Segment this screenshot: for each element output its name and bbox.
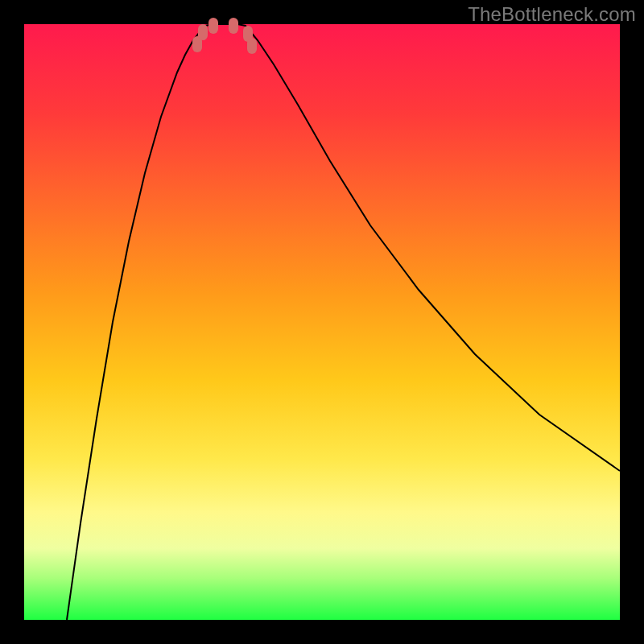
- curve-marker: [198, 24, 208, 40]
- watermark-text: TheBottleneck.com: [468, 3, 636, 26]
- curve-marker: [247, 38, 257, 54]
- bottleneck-curve-svg: [24, 24, 620, 620]
- curve-markers: [192, 18, 257, 54]
- curve-marker: [229, 18, 238, 34]
- bottleneck-curve: [67, 24, 620, 620]
- curve-marker: [208, 18, 218, 34]
- chart-plot-area: [24, 24, 620, 620]
